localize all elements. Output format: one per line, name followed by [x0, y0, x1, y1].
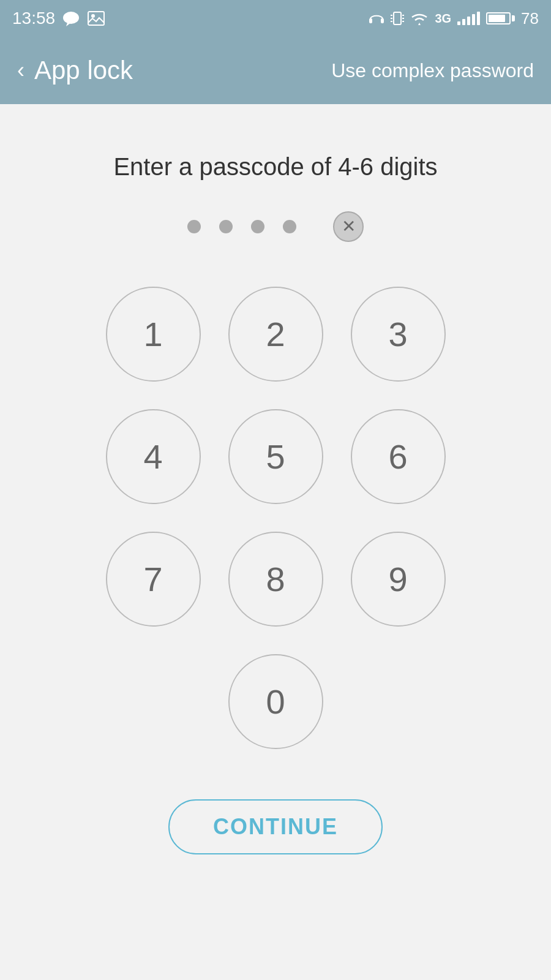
- battery-level: 78: [521, 9, 539, 28]
- use-complex-password-button[interactable]: Use complex password: [331, 59, 534, 82]
- vibrate-icon: [391, 10, 404, 26]
- svg-rect-6: [394, 12, 401, 24]
- back-arrow-icon: ‹: [17, 59, 24, 81]
- clear-button[interactable]: ✕: [333, 211, 364, 242]
- svg-rect-5: [381, 18, 384, 23]
- main-content: Enter a passcode of 4-6 digits ✕ 1 2 3 4…: [0, 104, 551, 980]
- passcode-instruction: Enter a passcode of 4-6 digits: [113, 153, 437, 181]
- dot-3: [251, 220, 264, 233]
- key-5[interactable]: 5: [228, 409, 323, 504]
- header-title: App lock: [34, 56, 331, 85]
- key-8[interactable]: 8: [228, 532, 323, 627]
- svg-rect-2: [88, 12, 104, 25]
- key-1[interactable]: 1: [106, 287, 201, 382]
- back-button[interactable]: ‹: [17, 59, 24, 81]
- network-label: 3G: [435, 12, 451, 26]
- dot-2: [219, 220, 233, 233]
- status-bar: 13:58 3G: [0, 0, 551, 37]
- clear-icon: ✕: [342, 218, 356, 235]
- svg-point-0: [63, 12, 79, 24]
- message-icon: [62, 10, 80, 26]
- status-right: 3G 78: [369, 9, 539, 28]
- image-icon: [87, 10, 105, 26]
- key-3[interactable]: 3: [351, 287, 446, 382]
- wifi-icon: [410, 10, 429, 26]
- key-4[interactable]: 4: [106, 409, 201, 504]
- dot-1: [187, 220, 201, 233]
- signal-bars: [457, 12, 480, 25]
- status-time: 13:58: [12, 9, 55, 28]
- status-left: 13:58: [12, 9, 105, 28]
- svg-point-3: [91, 14, 95, 18]
- passcode-dots: ✕: [187, 211, 364, 242]
- keypad: 1 2 3 4 5 6 7 8 9 0: [104, 285, 447, 750]
- key-7[interactable]: 7: [106, 532, 201, 627]
- dot-4: [283, 220, 296, 233]
- headphone-icon: [369, 10, 384, 26]
- key-2[interactable]: 2: [228, 287, 323, 382]
- battery-icon: [486, 12, 515, 24]
- key-6[interactable]: 6: [351, 409, 446, 504]
- header: ‹ App lock Use complex password: [0, 37, 551, 104]
- continue-button[interactable]: CONTINUE: [168, 799, 383, 854]
- key-0[interactable]: 0: [228, 654, 323, 749]
- svg-rect-4: [369, 18, 372, 23]
- key-9[interactable]: 9: [351, 532, 446, 627]
